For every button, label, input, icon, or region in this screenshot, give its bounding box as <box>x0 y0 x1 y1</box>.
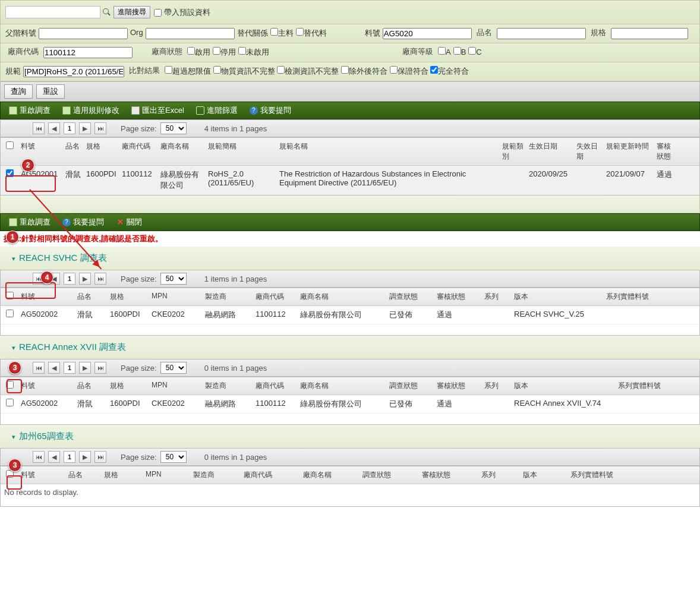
status-disable-checkbox[interactable] <box>213 47 220 55</box>
pager-last-button[interactable]: ⏭ <box>94 451 106 463</box>
status-notyet-checkbox[interactable] <box>238 47 246 55</box>
page-size-select[interactable]: 50 <box>160 273 187 285</box>
pager-first-button[interactable]: ⏮ <box>33 362 45 374</box>
sub-close-button[interactable]: ✕關閉 <box>110 214 148 230</box>
sub-reopen-button[interactable]: 重啟調查 <box>3 214 56 230</box>
cmp-guarantee-checkbox[interactable] <box>390 66 398 74</box>
row-checkbox[interactable] <box>6 310 14 317</box>
pager-page-1[interactable]: 1 <box>64 122 75 134</box>
col-eff[interactable]: 生效日期 <box>526 138 574 165</box>
callout-1: 1 <box>6 231 19 244</box>
pager-last-button[interactable]: ⏭ <box>94 273 106 285</box>
pager-page-1[interactable]: 1 <box>64 362 75 374</box>
search-icon[interactable] <box>103 8 111 17</box>
select-all-checkbox[interactable] <box>6 381 14 389</box>
annex-grid-header: 料號 品名 規格 MPN 製造商 廠商代碼 廠商名稱 調查狀態 審核狀態 系列 … <box>1 377 699 395</box>
vendor-status-label: 廠商狀態 <box>152 47 182 56</box>
pager-prev-button[interactable]: ◀ <box>48 451 60 463</box>
page-size-select[interactable]: 50 <box>160 451 187 463</box>
pager-prev-button[interactable]: ◀ <box>48 122 60 134</box>
part-no-input[interactable] <box>383 28 472 39</box>
product-name-input[interactable] <box>497 28 586 39</box>
col-rshort[interactable]: 規範簡稱 <box>206 138 277 165</box>
pager-prev-button[interactable]: ◀ <box>48 362 60 374</box>
pager-summary: 4 items in 1 pages <box>204 124 267 133</box>
filter-row-part: 父階料號 Org 替代關係 主料 替代料 料號 品名 規格 <box>0 24 700 43</box>
select-all-checkbox[interactable] <box>6 292 14 299</box>
org-input[interactable] <box>146 28 235 39</box>
status-enable-checkbox[interactable] <box>187 47 195 55</box>
sub-material-checkbox[interactable] <box>296 28 304 36</box>
pager-next-button[interactable]: ▶ <box>79 451 91 463</box>
toolbar-filter-button[interactable]: 進階篩選 <box>190 103 244 118</box>
pager-first-button[interactable]: ⏮ <box>33 451 45 463</box>
cmp-test-incomplete-checkbox[interactable] <box>277 66 285 74</box>
question-icon: ? <box>62 218 71 226</box>
regulation-label: 規範 <box>5 66 21 77</box>
table-row[interactable]: AG502002 滑鼠 1600PDI CKE0202 融易網路 1100112… <box>1 395 699 414</box>
col-name[interactable]: 品名 <box>63 138 84 165</box>
part-no-label: 料號 <box>365 28 380 39</box>
pager-page-1[interactable]: 1 <box>64 273 75 285</box>
col-spec[interactable]: 規格 <box>84 138 119 165</box>
table-row[interactable]: AG502002 滑鼠 1600PDI CKE0202 融易網路 1100112… <box>1 306 699 324</box>
section-cal65-title[interactable]: 加州65調查表 <box>0 425 700 448</box>
toolbar-reopen-button[interactable]: 重啟調查 <box>3 103 56 118</box>
grade-c-checkbox[interactable] <box>468 47 476 55</box>
callout-3-annex: 3 <box>8 459 21 472</box>
annex-pager: ⏮ ◀ 1 ▶ ⏭ Page size: 50 0 items in 1 pag… <box>0 359 700 377</box>
cmp-except-checkbox[interactable] <box>341 66 349 74</box>
col-stat[interactable]: 審核狀態 <box>654 138 678 165</box>
cmp-full-checkbox[interactable] <box>430 66 438 74</box>
filter-icon <box>196 106 204 115</box>
toolbar-rule-button[interactable]: 適用規則修改 <box>56 103 125 118</box>
row-checkbox[interactable] <box>6 169 14 177</box>
pager-next-button[interactable]: ▶ <box>79 362 91 374</box>
search-input[interactable] <box>5 6 100 18</box>
question-icon: ? <box>250 106 258 115</box>
grade-a-checkbox[interactable] <box>438 47 446 55</box>
cmp-over-checkbox[interactable] <box>165 66 172 74</box>
col-vname[interactable]: 廠商名稱 <box>158 138 206 165</box>
main-material-checkbox[interactable] <box>270 28 278 36</box>
toolbar-export-excel-button[interactable]: 匯出至Excel <box>125 103 190 118</box>
table-row[interactable]: AG502001 滑鼠 1600PDI 1100112 綠易股份有限公司 RoH… <box>1 166 699 195</box>
svhc-pager: ⏮ ◀ 1 ▶ ⏭ Page size: 50 1 items in 1 pag… <box>0 270 700 288</box>
pager-next-button[interactable]: ▶ <box>79 122 91 134</box>
cal65-pager: ⏮ ◀ 1 ▶ ⏭ Page size: 50 0 items in 1 pag… <box>0 448 700 466</box>
col-rfull[interactable]: 規範名稱 <box>277 138 500 165</box>
row-checkbox[interactable] <box>6 399 14 406</box>
document-icon <box>9 218 17 226</box>
pager-first-button[interactable]: ⏮ <box>33 122 45 134</box>
parent-part-input[interactable] <box>39 28 128 39</box>
page-size-select[interactable]: 50 <box>160 362 187 374</box>
toolbar-ask-button[interactable]: ?我要提問 <box>244 103 297 118</box>
pager-last-button[interactable]: ⏭ <box>94 122 106 134</box>
warning-note: 提示:針對相同料號的調查表,請確認是否重啟。 <box>0 231 700 247</box>
pager-page-1[interactable]: 1 <box>64 451 75 463</box>
col-exp[interactable]: 失效日期 <box>574 138 604 165</box>
main-grid: 料號 品名 規格 廠商代碼 廠商名稱 規範簡稱 規範名稱 規範類別 生效日期 失… <box>0 137 700 195</box>
default-data-checkbox-label[interactable]: 帶入預設資料 <box>154 7 210 18</box>
grade-b-checkbox[interactable] <box>453 47 461 55</box>
select-all-checkbox[interactable] <box>6 141 14 149</box>
reset-button[interactable]: 重設 <box>36 84 65 99</box>
page-size-select[interactable]: 50 <box>160 122 187 134</box>
section-svhc-title[interactable]: REACH SVHC 調查表 <box>0 247 700 270</box>
pager-next-button[interactable]: ▶ <box>79 273 91 285</box>
annex-grid: 料號 品名 規格 MPN 製造商 廠商代碼 廠商名稱 調查狀態 審核狀態 系列 … <box>0 377 700 425</box>
pager-summary: 1 items in 1 pages <box>204 275 267 283</box>
cmp-mat-incomplete-checkbox[interactable] <box>213 66 221 74</box>
default-data-checkbox[interactable] <box>154 9 162 17</box>
col-vcode[interactable]: 廠商代碼 <box>119 138 158 165</box>
spec-input[interactable] <box>611 28 688 39</box>
col-cat[interactable]: 規範類別 <box>500 138 526 165</box>
advanced-search-button[interactable]: 進階搜尋 <box>113 6 150 18</box>
col-upd[interactable]: 規範更新時間 <box>604 138 654 165</box>
regulation-input[interactable] <box>23 66 124 77</box>
search-button[interactable]: 查詢 <box>4 84 33 99</box>
vendor-code-input[interactable] <box>43 47 133 58</box>
section-annex-title[interactable]: REACH Annex XVII 調查表 <box>0 336 700 359</box>
document-icon <box>62 106 71 115</box>
pager-last-button[interactable]: ⏭ <box>94 362 106 374</box>
